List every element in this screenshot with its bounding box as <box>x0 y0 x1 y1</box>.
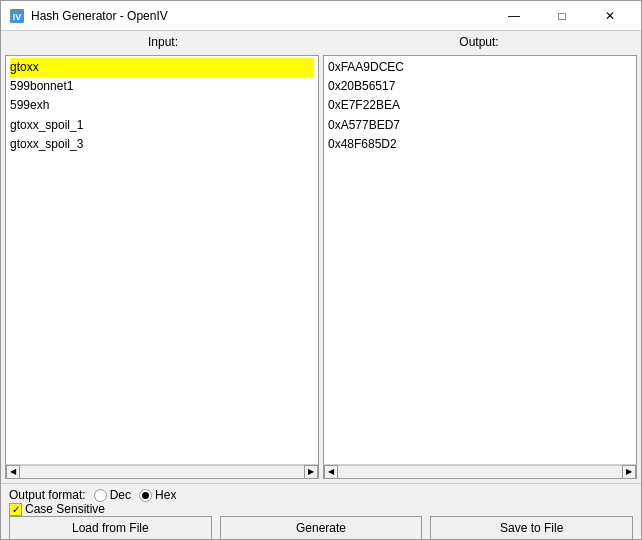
hex-radio[interactable] <box>139 489 152 502</box>
content-area: Input: Output: gtoxx599bonnet1599exhgtox… <box>1 31 641 483</box>
case-sensitive-row: Case Sensitive <box>9 502 633 516</box>
input-hscrollbar: ◀ ▶ <box>6 464 318 478</box>
output-panel-label: Output: <box>321 35 637 53</box>
input-scroll-left[interactable]: ◀ <box>6 465 20 479</box>
close-button[interactable]: ✕ <box>587 1 633 31</box>
panels-container: gtoxx599bonnet1599exhgtoxx_spoil_1gtoxx_… <box>5 55 637 479</box>
input-scroll[interactable]: gtoxx599bonnet1599exhgtoxx_spoil_1gtoxx_… <box>6 56 318 464</box>
input-panel-label: Input: <box>5 35 321 53</box>
svg-text:IV: IV <box>13 12 22 22</box>
output-hscroll-track[interactable] <box>338 465 622 479</box>
output-line-4: 0xA577BED7 <box>328 116 632 135</box>
input-line-4: gtoxx_spoil_3 <box>10 135 314 154</box>
input-line-0: gtoxx <box>10 58 314 77</box>
hex-label: Hex <box>155 488 176 502</box>
output-panel: 0xFAA9DCEC0x20B565170xE7F22BEA0xA577BED7… <box>323 55 637 479</box>
input-panel: gtoxx599bonnet1599exhgtoxx_spoil_1gtoxx_… <box>5 55 319 479</box>
load-from-file-button[interactable]: Load from File <box>9 516 212 540</box>
main-window: IV Hash Generator - OpenIV — □ ✕ Input: … <box>0 0 642 540</box>
window-title: Hash Generator - OpenIV <box>31 9 491 23</box>
input-line-3: gtoxx_spoil_1 <box>10 116 314 135</box>
case-sensitive-checkbox-group[interactable]: Case Sensitive <box>9 502 105 516</box>
format-row: Output format: Dec Hex <box>9 488 633 502</box>
output-scroll-left[interactable]: ◀ <box>324 465 338 479</box>
case-sensitive-checkbox[interactable] <box>9 503 22 516</box>
input-hscroll-track[interactable] <box>20 465 304 479</box>
app-icon: IV <box>9 8 25 24</box>
input-line-2: 599exh <box>10 96 314 115</box>
output-scroll-right[interactable]: ▶ <box>622 465 636 479</box>
window-controls: — □ ✕ <box>491 1 633 31</box>
dec-radio-option[interactable]: Dec <box>94 488 131 502</box>
minimize-button[interactable]: — <box>491 1 537 31</box>
buttons-row: Load from File Generate Save to File <box>9 516 633 540</box>
dec-radio[interactable] <box>94 489 107 502</box>
save-to-file-button[interactable]: Save to File <box>430 516 633 540</box>
bottom-bar: Output format: Dec Hex Case Sensitive Lo… <box>1 483 641 539</box>
output-format-label: Output format: <box>9 488 86 502</box>
output-line-0: 0xFAA9DCEC <box>328 58 632 77</box>
maximize-button[interactable]: □ <box>539 1 585 31</box>
output-scroll[interactable]: 0xFAA9DCEC0x20B565170xE7F22BEA0xA577BED7… <box>324 56 636 464</box>
hex-radio-option[interactable]: Hex <box>139 488 176 502</box>
output-line-3: 0xE7F22BEA <box>328 96 632 115</box>
output-line-2: 0x20B56517 <box>328 77 632 96</box>
output-line-5: 0x48F685D2 <box>328 135 632 154</box>
generate-button[interactable]: Generate <box>220 516 423 540</box>
dec-label: Dec <box>110 488 131 502</box>
panels-header: Input: Output: <box>5 35 637 53</box>
case-sensitive-label: Case Sensitive <box>25 502 105 516</box>
title-bar: IV Hash Generator - OpenIV — □ ✕ <box>1 1 641 31</box>
input-line-1: 599bonnet1 <box>10 77 314 96</box>
input-scroll-right[interactable]: ▶ <box>304 465 318 479</box>
output-hscrollbar: ◀ ▶ <box>324 464 636 478</box>
